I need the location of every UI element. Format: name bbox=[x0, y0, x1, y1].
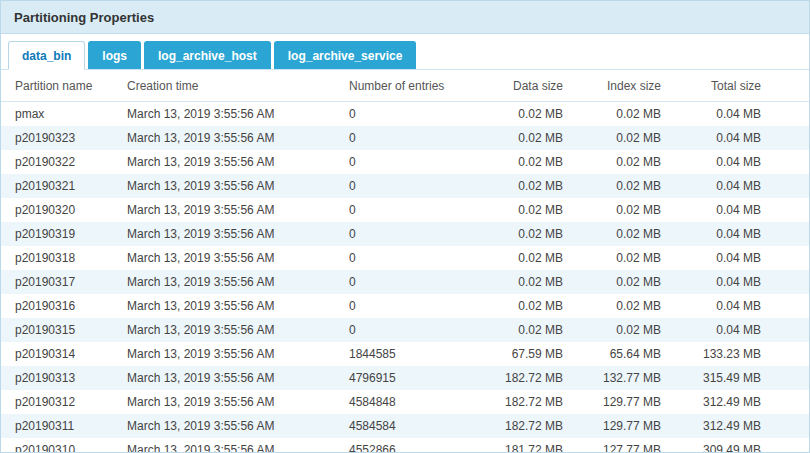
table-cell: 0.04 MB bbox=[671, 270, 771, 294]
table-cell: 0.02 MB bbox=[477, 102, 573, 127]
tab-log_archive_host[interactable]: log_archive_host bbox=[144, 41, 271, 69]
table-cell: p20190318 bbox=[1, 246, 117, 270]
table-cell: 0 bbox=[339, 270, 477, 294]
table-cell: 0 bbox=[339, 222, 477, 246]
table-cell: 0 bbox=[339, 318, 477, 342]
table-cell: 0.02 MB bbox=[573, 222, 671, 246]
table-cell: 133.23 MB bbox=[671, 342, 771, 366]
partitioning-properties-panel: Partitioning Properties data_binlogslog_… bbox=[0, 0, 810, 453]
table-cell: 4584584 bbox=[339, 414, 477, 438]
table-cell: March 13, 2019 3:55:56 AM bbox=[117, 222, 339, 246]
table-cell: 0 bbox=[339, 150, 477, 174]
table-cell: 0.02 MB bbox=[477, 198, 573, 222]
table-cell: 0.04 MB bbox=[671, 198, 771, 222]
table-row: p20190317March 13, 2019 3:55:56 AM00.02 … bbox=[1, 270, 810, 294]
table-cell: p20190315 bbox=[1, 318, 117, 342]
table-cell: March 13, 2019 3:55:56 AM bbox=[117, 246, 339, 270]
table-cell: 0.02 MB bbox=[477, 246, 573, 270]
panel-title: Partitioning Properties bbox=[1, 1, 809, 34]
table-cell: 65.64 MB bbox=[573, 342, 671, 366]
table-cell: March 13, 2019 3:55:56 AM bbox=[117, 342, 339, 366]
table-cell: 0 bbox=[339, 198, 477, 222]
column-header-number-of-entries[interactable]: Number of entries bbox=[339, 70, 477, 102]
table-cell: p20190310 bbox=[1, 438, 117, 453]
table-row: p20190315March 13, 2019 3:55:56 AM00.02 … bbox=[1, 318, 810, 342]
table-cell: p20190321 bbox=[1, 174, 117, 198]
table-cell: p20190311 bbox=[1, 414, 117, 438]
tab-log_archive_service[interactable]: log_archive_service bbox=[274, 41, 417, 69]
table-cell: 132.77 MB bbox=[573, 366, 671, 390]
table-cell: 0.02 MB bbox=[573, 150, 671, 174]
table-cell: 0.02 MB bbox=[573, 294, 671, 318]
table-cell: 182.72 MB bbox=[477, 390, 573, 414]
table-cell: 0.02 MB bbox=[573, 246, 671, 270]
table-row: p20190323March 13, 2019 3:55:56 AM00.02 … bbox=[1, 126, 810, 150]
column-header-partition-name[interactable]: Partition name bbox=[1, 70, 117, 102]
table-cell: 0 bbox=[339, 294, 477, 318]
table-cell: p20190322 bbox=[1, 150, 117, 174]
table-cell: 0 bbox=[339, 102, 477, 127]
table-cell: 309.49 MB bbox=[671, 438, 771, 453]
column-header-creation-time[interactable]: Creation time bbox=[117, 70, 339, 102]
table-row: p20190318March 13, 2019 3:55:56 AM00.02 … bbox=[1, 246, 810, 270]
table-cell: 0.02 MB bbox=[573, 198, 671, 222]
table-cell: March 13, 2019 3:55:56 AM bbox=[117, 102, 339, 127]
table-row: p20190316March 13, 2019 3:55:56 AM00.02 … bbox=[1, 294, 810, 318]
table-cell: 127.77 MB bbox=[573, 438, 671, 453]
table-cell: 0.02 MB bbox=[477, 270, 573, 294]
table-row: p20190314March 13, 2019 3:55:56 AM184458… bbox=[1, 342, 810, 366]
table-cell: March 13, 2019 3:55:56 AM bbox=[117, 126, 339, 150]
table-cell: p20190312 bbox=[1, 390, 117, 414]
table-row: p20190310March 13, 2019 3:55:56 AM455286… bbox=[1, 438, 810, 453]
table-cell: March 13, 2019 3:55:56 AM bbox=[117, 174, 339, 198]
table-cell: 0 bbox=[339, 126, 477, 150]
table-cell: p20190323 bbox=[1, 126, 117, 150]
table-cell: 181.72 MB bbox=[477, 438, 573, 453]
table-cell: 129.77 MB bbox=[573, 390, 671, 414]
table-header-row: Partition nameCreation timeNumber of ent… bbox=[1, 70, 810, 102]
column-header-index-size[interactable]: Index size bbox=[573, 70, 671, 102]
table-cell: March 13, 2019 3:55:56 AM bbox=[117, 294, 339, 318]
table-cell: 0.02 MB bbox=[477, 150, 573, 174]
table-cell: 0.02 MB bbox=[477, 222, 573, 246]
table-cell: 0 bbox=[339, 246, 477, 270]
tab-logs[interactable]: logs bbox=[88, 41, 141, 69]
table-cell: 67.59 MB bbox=[477, 342, 573, 366]
table-cell: 0.04 MB bbox=[671, 318, 771, 342]
table-row: p20190321March 13, 2019 3:55:56 AM00.02 … bbox=[1, 174, 810, 198]
table-cell: 0.02 MB bbox=[573, 174, 671, 198]
table-cell: 0.02 MB bbox=[477, 294, 573, 318]
table-cell: 312.49 MB bbox=[671, 414, 771, 438]
table-cell: March 13, 2019 3:55:56 AM bbox=[117, 390, 339, 414]
table-cell: March 13, 2019 3:55:56 AM bbox=[117, 414, 339, 438]
table-cell: March 13, 2019 3:55:56 AM bbox=[117, 438, 339, 453]
table-cell: 0.04 MB bbox=[671, 294, 771, 318]
table-row: p20190320March 13, 2019 3:55:56 AM00.02 … bbox=[1, 198, 810, 222]
table-cell: 129.77 MB bbox=[573, 414, 671, 438]
table-row: pmaxMarch 13, 2019 3:55:56 AM00.02 MB0.0… bbox=[1, 102, 810, 127]
table-cell: 0.04 MB bbox=[671, 222, 771, 246]
table-row: p20190313March 13, 2019 3:55:56 AM479691… bbox=[1, 366, 810, 390]
table-cell: 315.49 MB bbox=[671, 366, 771, 390]
table-cell: 0.02 MB bbox=[477, 126, 573, 150]
table-row: p20190322March 13, 2019 3:55:56 AM00.02 … bbox=[1, 150, 810, 174]
table-cell: 0.04 MB bbox=[671, 102, 771, 127]
table-cell: 0.02 MB bbox=[573, 318, 671, 342]
table-cell: March 13, 2019 3:55:56 AM bbox=[117, 150, 339, 174]
tab-data_bin[interactable]: data_bin bbox=[8, 41, 85, 70]
table-cell: 4584848 bbox=[339, 390, 477, 414]
table-row: p20190319March 13, 2019 3:55:56 AM00.02 … bbox=[1, 222, 810, 246]
table-cell: 312.49 MB bbox=[671, 390, 771, 414]
column-header-data-size[interactable]: Data size bbox=[477, 70, 573, 102]
partitions-table: Partition nameCreation timeNumber of ent… bbox=[1, 70, 810, 453]
table-cell: p20190320 bbox=[1, 198, 117, 222]
tab-bar: data_binlogslog_archive_hostlog_archive_… bbox=[1, 34, 809, 70]
table-cell: 0.04 MB bbox=[671, 126, 771, 150]
table-cell: 0.02 MB bbox=[477, 174, 573, 198]
table-cell: 182.72 MB bbox=[477, 366, 573, 390]
table-cell: 4796915 bbox=[339, 366, 477, 390]
table-cell: p20190316 bbox=[1, 294, 117, 318]
table-cell: 0.04 MB bbox=[671, 150, 771, 174]
table-cell: 0.02 MB bbox=[477, 318, 573, 342]
column-header-total-size[interactable]: Total size bbox=[671, 70, 771, 102]
